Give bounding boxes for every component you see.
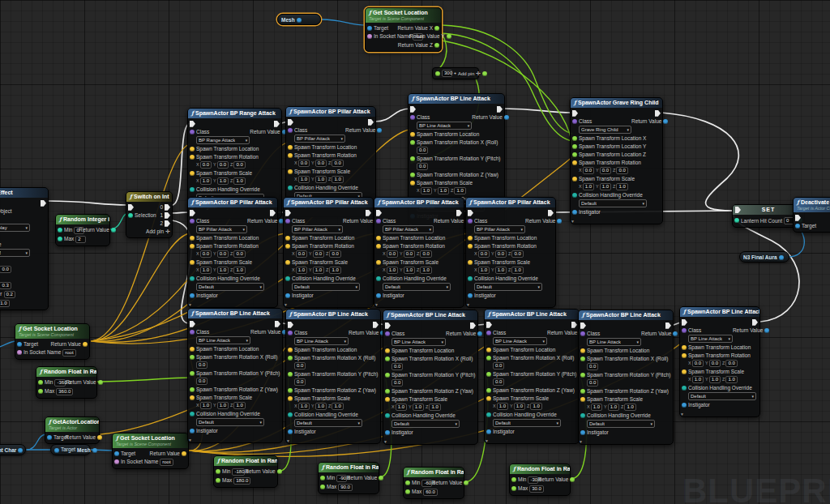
float-pin[interactable] (486, 356, 491, 361)
exec-pin[interactable] (165, 204, 170, 211)
object-pin[interactable] (477, 331, 482, 336)
value-field[interactable]: 1.0 (200, 267, 212, 274)
exec-pin[interactable] (376, 210, 382, 216)
value-field[interactable]: 1.0 (396, 404, 407, 411)
class-pin[interactable] (486, 331, 491, 335)
node-header[interactable]: ƒRandom Float in Range (214, 456, 277, 466)
vector-pin[interactable] (572, 160, 577, 165)
node-header[interactable]: ƒRandom Float in Range (36, 367, 96, 377)
value-field[interactable]: 0.0 (404, 250, 415, 258)
value-field[interactable]: 1.0 (616, 183, 627, 190)
value-field[interactable]: root (62, 349, 75, 357)
vector-pin[interactable] (83, 342, 88, 347)
spawnactor-bp-line-attack-6[interactable]: ƒSpawnActor BP Line AttackClassBP Line A… (679, 306, 760, 417)
float-pin[interactable] (572, 136, 577, 141)
float-pin[interactable] (190, 387, 195, 392)
dropdown[interactable]: BP Pillar Attack▾ (294, 135, 345, 143)
class-pin[interactable] (580, 331, 585, 336)
object-pin[interactable] (557, 219, 562, 224)
node-header[interactable]: ƒRandom Integer in Range (56, 215, 109, 224)
value-field[interactable]: 0.0 (391, 363, 403, 370)
float-pin[interactable] (580, 389, 585, 394)
int-pin[interactable] (111, 228, 116, 233)
pill-n3-final-aura[interactable]: N3 Final Aura (739, 251, 789, 263)
deactivate[interactable]: ƒDeactivateTarget is Actor ComponentTarg… (793, 197, 830, 233)
node-header[interactable]: ƒSpawnActor BP Line Attack (409, 94, 504, 104)
object-pin[interactable] (285, 293, 290, 298)
spawnactor-bp-pillar-attack-4[interactable]: ƒSpawnActor BP Pillar AttackClassBP Pill… (374, 197, 464, 308)
node-header[interactable]: ƒSpawnActor BP Line Attack (579, 310, 673, 320)
exec-pin[interactable] (368, 119, 374, 126)
float-pin[interactable] (572, 152, 577, 157)
value-field[interactable]: 1.0 (478, 267, 490, 274)
float-pin[interactable] (288, 388, 293, 393)
exec-pin[interactable] (580, 322, 586, 329)
float-pin[interactable] (410, 156, 415, 161)
spawnactor-grave-ring-child[interactable]: ƒSpawnActor Grave Ring ChildClassGrave R… (570, 97, 663, 224)
float-pin[interactable] (320, 485, 325, 489)
int-pin[interactable] (58, 228, 62, 233)
object-pin[interactable] (190, 293, 195, 298)
value-field[interactable]: 1.0 (530, 403, 541, 410)
vector-pin[interactable] (97, 435, 102, 440)
value-field[interactable]: 1.0 (583, 183, 594, 190)
enum-pin[interactable] (288, 412, 293, 417)
node-header[interactable]: ƒSpawnActor BP Line Attack (286, 310, 380, 319)
node-header[interactable]: ƒSpawnActor BP Pillar Attack (188, 198, 277, 207)
value-field[interactable]: 0.0 (329, 250, 340, 258)
node-header[interactable]: ƒRandom Float in Range (404, 468, 464, 477)
value-field[interactable]: 0.0 (493, 378, 504, 386)
object-pin[interactable] (288, 429, 293, 434)
node-header[interactable]: ƒSpawnActor BP Range Attack (188, 109, 281, 118)
object-pin[interactable] (486, 429, 491, 434)
exec-pin[interactable] (366, 210, 371, 216)
exec-pin[interactable] (486, 322, 492, 328)
value-field[interactable]: 0.0 (315, 160, 327, 167)
float-pin[interactable] (385, 373, 390, 378)
object-pin[interactable] (367, 26, 372, 31)
exec-pin[interactable] (497, 106, 503, 113)
pill-mesh[interactable]: Mesh (277, 14, 321, 25)
value-field[interactable]: 0.0 (583, 167, 594, 174)
node-header[interactable]: ƒGet Socket LocationTarget is Scene Comp… (113, 434, 188, 448)
enum-pin[interactable] (285, 276, 290, 281)
getactorlocation[interactable]: ƒGetActorLocationTarget is ActorTargetRe… (45, 416, 100, 444)
value-field[interactable]: 1.0 (315, 403, 327, 410)
random-float-in-range-2[interactable]: ƒRandom Float in RangeMin-90.0Return Val… (318, 462, 379, 494)
node-header[interactable]: ƒGet Socket LocationTarget is Scene Comp… (15, 324, 89, 339)
value-field[interactable]: 1.0 (608, 404, 619, 411)
exec-pin[interactable] (288, 322, 293, 328)
float-pin[interactable] (410, 173, 415, 177)
float-pin[interactable] (435, 71, 440, 76)
exec-pin[interactable] (571, 322, 577, 328)
vector-pin[interactable] (376, 244, 381, 249)
random-float-in-range-1[interactable]: ƒRandom Float in RangeMin-180.0Return Va… (213, 455, 278, 488)
value-field[interactable]: -360.0 (54, 379, 66, 387)
value-field[interactable]: 1.0 (624, 404, 635, 411)
value-field[interactable]: 1.0 (200, 402, 212, 409)
dropdown[interactable]: Default▾ (294, 419, 362, 427)
value-field[interactable]: 1.0 (709, 376, 721, 383)
vector-pin[interactable] (190, 244, 195, 249)
dropdown[interactable]: BP Line Attack▾ (688, 335, 733, 343)
value-field[interactable]: 0.3 (0, 282, 11, 289)
exec-pin[interactable] (735, 207, 741, 213)
value-field[interactable]: 1.0 (429, 404, 440, 411)
float-pin[interactable] (385, 357, 390, 361)
float-pin[interactable] (447, 34, 451, 39)
vector-pin[interactable] (288, 145, 293, 150)
value-field[interactable]: 0.0 (725, 360, 737, 367)
object-pin[interactable] (92, 448, 97, 453)
dropdown[interactable]: Default▾ (196, 418, 264, 426)
value-field[interactable]: 1.0 (233, 402, 245, 409)
node-header[interactable]: ƒSpawnActor BP Line Attack (680, 307, 759, 317)
dropdown[interactable]: BP Line Attack▾ (391, 338, 446, 346)
name-pin[interactable] (114, 459, 119, 464)
object-pin[interactable] (504, 115, 509, 120)
value-field[interactable]: 1.0 (511, 267, 523, 274)
enum-pin[interactable] (190, 187, 195, 192)
object-pin[interactable] (795, 224, 800, 229)
name-pin[interactable] (367, 34, 372, 39)
dropdown[interactable]: BP Line Attack▾ (493, 337, 547, 345)
exec-pin[interactable] (410, 106, 416, 113)
